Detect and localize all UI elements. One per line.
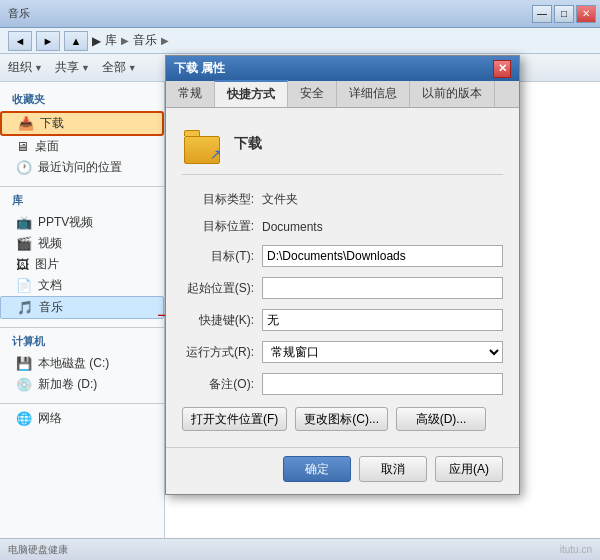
share-arrow: ▼ xyxy=(81,63,90,73)
sidebar-item-network[interactable]: 🌐 网络 xyxy=(0,408,164,429)
pictures-label: 图片 xyxy=(35,256,59,273)
sidebar-item-recent[interactable]: 🕐 最近访问的位置 xyxy=(0,157,164,178)
favorites-section: 收藏夹 📥 下载 🖥 桌面 🕐 最近访问的位置 xyxy=(0,90,164,178)
window-title: 音乐 xyxy=(8,6,30,21)
network-label: 网络 xyxy=(38,410,62,427)
start-in-input[interactable] xyxy=(262,277,503,299)
comment-row: 备注(O): xyxy=(182,373,503,395)
sidebar-item-downloads[interactable]: 📥 下载 xyxy=(0,111,164,136)
recent-label: 最近访问的位置 xyxy=(38,159,122,176)
dialog-bottom-buttons: 确定 取消 应用(A) xyxy=(166,447,519,494)
sidebar-item-pptv[interactable]: 📺 PPTV视频 xyxy=(0,212,164,233)
sidebar-item-music[interactable]: 🎵 音乐 xyxy=(0,296,164,319)
pptv-icon: 📺 xyxy=(16,215,32,230)
comment-label: 备注(O): xyxy=(182,376,262,393)
sidebar-item-desktop[interactable]: 🖥 桌面 xyxy=(0,136,164,157)
title-bar: 音乐 — □ ✕ xyxy=(0,0,600,28)
documents-label: 文档 xyxy=(38,277,62,294)
up-button[interactable]: ▲ xyxy=(64,31,88,51)
music-label: 音乐 xyxy=(39,299,63,316)
tab-shortcut[interactable]: 快捷方式 xyxy=(215,80,288,107)
window-controls: — □ ✕ xyxy=(532,5,596,23)
tab-previous-versions[interactable]: 以前的版本 xyxy=(410,81,495,107)
file-icon: ↗ xyxy=(182,124,222,164)
tab-details[interactable]: 详细信息 xyxy=(337,81,410,107)
status-bar: 电脑硬盘健康 itutu.cn xyxy=(0,538,600,560)
explorer-window: 音乐 — □ ✕ ◄ ► ▲ ▶ 库 ▶ 音乐 ▶ 组织 ▼ 共享 ▼ 全部 xyxy=(0,0,600,560)
sidebar-item-documents[interactable]: 📄 文档 xyxy=(0,275,164,296)
dialog-close-button[interactable]: ✕ xyxy=(493,60,511,78)
tab-security[interactable]: 安全 xyxy=(288,81,337,107)
cancel-button[interactable]: 取消 xyxy=(359,456,427,482)
back-button[interactable]: ◄ xyxy=(8,31,32,51)
downloads-label: 下载 xyxy=(40,115,64,132)
music-icon: 🎵 xyxy=(17,300,33,315)
pptv-label: PPTV视频 xyxy=(38,214,93,231)
file-name: 下载 xyxy=(234,135,262,153)
apply-button[interactable]: 应用(A) xyxy=(435,456,503,482)
ok-button[interactable]: 确定 xyxy=(283,456,351,482)
organize-arrow: ▼ xyxy=(34,63,43,73)
drive-c-label: 本地磁盘 (C:) xyxy=(38,355,109,372)
computer-section: 计算机 💾 本地磁盘 (C:) 💿 新加卷 (D:) xyxy=(0,332,164,395)
shortcut-input[interactable] xyxy=(262,309,503,331)
start-in-row: 起始位置(S): xyxy=(182,277,503,299)
video-icon: 🎬 xyxy=(16,236,32,251)
video-label: 视频 xyxy=(38,235,62,252)
computer-title: 计算机 xyxy=(0,332,164,351)
sidebar-item-video[interactable]: 🎬 视频 xyxy=(0,233,164,254)
run-mode-wrapper: 常规窗口 最大化 最小化 xyxy=(262,341,503,363)
target-label: 目标(T): xyxy=(182,248,262,265)
tab-general[interactable]: 常规 xyxy=(166,81,215,107)
target-type-label: 目标类型: xyxy=(182,191,262,208)
sidebar: 收藏夹 📥 下载 🖥 桌面 🕐 最近访问的位置 库 xyxy=(0,82,165,560)
drive-d-label: 新加卷 (D:) xyxy=(38,376,97,393)
share-menu[interactable]: 共享 ▼ xyxy=(55,59,90,76)
sidebar-item-pictures[interactable]: 🖼 图片 xyxy=(0,254,164,275)
target-type-value: 文件夹 xyxy=(262,191,503,208)
forward-button[interactable]: ► xyxy=(36,31,60,51)
dialog-content: ↗ 下载 目标类型: 文件夹 目标位置: Documents 目标(T): xyxy=(166,108,519,447)
sidebar-item-drive-d[interactable]: 💿 新加卷 (D:) xyxy=(0,374,164,395)
path-end-arrow: ▶ xyxy=(161,35,169,46)
action-buttons: 打开文件位置(F) 更改图标(C)... 高级(D)... xyxy=(182,407,503,431)
dialog-tabs: 常规 快捷方式 安全 详细信息 以前的版本 xyxy=(166,81,519,108)
open-file-location-button[interactable]: 打开文件位置(F) xyxy=(182,407,287,431)
path-library[interactable]: 库 xyxy=(105,32,117,49)
start-in-label: 起始位置(S): xyxy=(182,280,262,297)
run-mode-row: 运行方式(R): 常规窗口 最大化 最小化 xyxy=(182,341,503,363)
all-items-menu[interactable]: 全部 ▼ xyxy=(102,59,137,76)
favorites-title: 收藏夹 xyxy=(0,90,164,109)
documents-icon: 📄 xyxy=(16,278,32,293)
sidebar-item-drive-c[interactable]: 💾 本地磁盘 (C:) xyxy=(0,353,164,374)
target-location-row: 目标位置: Documents xyxy=(182,218,503,235)
minimize-button[interactable]: — xyxy=(532,5,552,23)
properties-dialog: 下载 属性 ✕ 常规 快捷方式 安全 详细信息 以前的版本 ↗ 下载 xyxy=(165,55,520,495)
run-mode-label: 运行方式(R): xyxy=(182,344,262,361)
change-icon-button[interactable]: 更改图标(C)... xyxy=(295,407,388,431)
maximize-button[interactable]: □ xyxy=(554,5,574,23)
watermark-text: itutu.cn xyxy=(560,544,592,555)
shortcut-label: 快捷键(K): xyxy=(182,312,262,329)
pictures-icon: 🖼 xyxy=(16,257,29,272)
library-title: 库 xyxy=(0,191,164,210)
path-segment-1[interactable]: ▶ xyxy=(92,34,101,48)
comment-input[interactable] xyxy=(262,373,503,395)
target-row: 目标(T): xyxy=(182,245,503,267)
library-section: 库 📺 PPTV视频 🎬 视频 🖼 图片 📄 文档 xyxy=(0,191,164,319)
target-input[interactable] xyxy=(262,245,503,267)
path-separator: ▶ xyxy=(121,35,129,46)
close-button[interactable]: ✕ xyxy=(576,5,596,23)
dialog-title-text: 下载 属性 xyxy=(174,60,493,77)
run-mode-select[interactable]: 常规窗口 最大化 最小化 xyxy=(262,341,503,363)
path-music[interactable]: 音乐 xyxy=(133,32,157,49)
advanced-button[interactable]: 高级(D)... xyxy=(396,407,486,431)
all-items-label: 全部 xyxy=(102,59,126,76)
target-type-row: 目标类型: 文件夹 xyxy=(182,191,503,208)
network-icon: 🌐 xyxy=(16,411,32,426)
desktop-icon: 🖥 xyxy=(16,139,29,154)
dialog-title-bar: 下载 属性 ✕ xyxy=(166,56,519,81)
status-text: 电脑硬盘健康 xyxy=(8,543,68,557)
recent-icon: 🕐 xyxy=(16,160,32,175)
organize-menu[interactable]: 组织 ▼ xyxy=(8,59,43,76)
